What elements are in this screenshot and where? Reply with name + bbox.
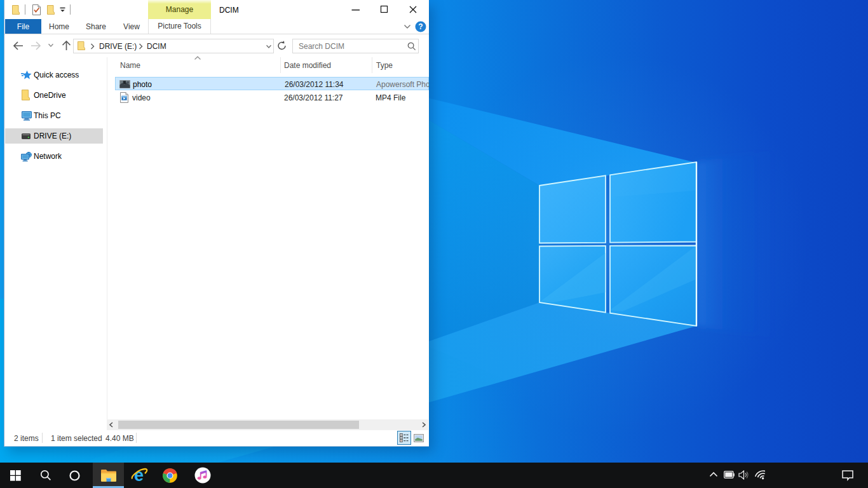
svg-text:?: ?	[418, 22, 423, 31]
